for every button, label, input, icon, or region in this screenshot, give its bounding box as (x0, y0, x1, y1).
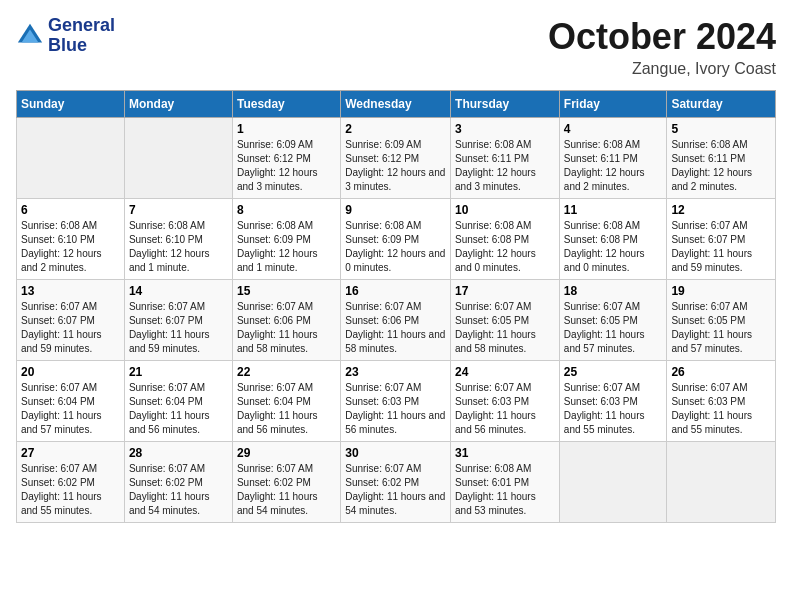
day-number: 25 (564, 365, 663, 379)
day-info: Sunrise: 6:07 AMSunset: 6:06 PMDaylight:… (237, 300, 336, 356)
calendar-cell: 16Sunrise: 6:07 AMSunset: 6:06 PMDayligh… (341, 280, 451, 361)
calendar-cell: 4Sunrise: 6:08 AMSunset: 6:11 PMDaylight… (559, 118, 667, 199)
calendar-week-row: 13Sunrise: 6:07 AMSunset: 6:07 PMDayligh… (17, 280, 776, 361)
day-info: Sunrise: 6:09 AMSunset: 6:12 PMDaylight:… (237, 138, 336, 194)
day-info: Sunrise: 6:07 AMSunset: 6:03 PMDaylight:… (564, 381, 663, 437)
day-number: 18 (564, 284, 663, 298)
day-info: Sunrise: 6:08 AMSunset: 6:01 PMDaylight:… (455, 462, 555, 518)
day-number: 13 (21, 284, 120, 298)
day-number: 14 (129, 284, 228, 298)
calendar-cell: 22Sunrise: 6:07 AMSunset: 6:04 PMDayligh… (232, 361, 340, 442)
calendar-cell: 30Sunrise: 6:07 AMSunset: 6:02 PMDayligh… (341, 442, 451, 523)
day-info: Sunrise: 6:07 AMSunset: 6:04 PMDaylight:… (237, 381, 336, 437)
calendar-cell: 20Sunrise: 6:07 AMSunset: 6:04 PMDayligh… (17, 361, 125, 442)
calendar-cell: 24Sunrise: 6:07 AMSunset: 6:03 PMDayligh… (451, 361, 560, 442)
location-title: Zangue, Ivory Coast (548, 60, 776, 78)
day-number: 22 (237, 365, 336, 379)
day-number: 15 (237, 284, 336, 298)
calendar-week-row: 1Sunrise: 6:09 AMSunset: 6:12 PMDaylight… (17, 118, 776, 199)
calendar-cell: 25Sunrise: 6:07 AMSunset: 6:03 PMDayligh… (559, 361, 667, 442)
day-number: 1 (237, 122, 336, 136)
month-title: October 2024 (548, 16, 776, 58)
day-number: 29 (237, 446, 336, 460)
day-number: 11 (564, 203, 663, 217)
day-info: Sunrise: 6:07 AMSunset: 6:03 PMDaylight:… (671, 381, 771, 437)
day-info: Sunrise: 6:08 AMSunset: 6:10 PMDaylight:… (21, 219, 120, 275)
calendar-cell: 6Sunrise: 6:08 AMSunset: 6:10 PMDaylight… (17, 199, 125, 280)
calendar-cell: 23Sunrise: 6:07 AMSunset: 6:03 PMDayligh… (341, 361, 451, 442)
day-info: Sunrise: 6:08 AMSunset: 6:10 PMDaylight:… (129, 219, 228, 275)
day-info: Sunrise: 6:07 AMSunset: 6:04 PMDaylight:… (21, 381, 120, 437)
calendar-cell: 27Sunrise: 6:07 AMSunset: 6:02 PMDayligh… (17, 442, 125, 523)
day-number: 31 (455, 446, 555, 460)
page-header: General Blue October 2024 Zangue, Ivory … (16, 16, 776, 78)
day-number: 30 (345, 446, 446, 460)
title-block: October 2024 Zangue, Ivory Coast (548, 16, 776, 78)
day-number: 7 (129, 203, 228, 217)
day-info: Sunrise: 6:08 AMSunset: 6:08 PMDaylight:… (564, 219, 663, 275)
day-info: Sunrise: 6:07 AMSunset: 6:04 PMDaylight:… (129, 381, 228, 437)
logo: General Blue (16, 16, 115, 56)
calendar-cell: 21Sunrise: 6:07 AMSunset: 6:04 PMDayligh… (124, 361, 232, 442)
day-info: Sunrise: 6:08 AMSunset: 6:11 PMDaylight:… (455, 138, 555, 194)
calendar-cell: 13Sunrise: 6:07 AMSunset: 6:07 PMDayligh… (17, 280, 125, 361)
logo-icon (16, 22, 44, 50)
calendar-week-row: 20Sunrise: 6:07 AMSunset: 6:04 PMDayligh… (17, 361, 776, 442)
day-number: 12 (671, 203, 771, 217)
calendar-cell: 17Sunrise: 6:07 AMSunset: 6:05 PMDayligh… (451, 280, 560, 361)
calendar-cell: 28Sunrise: 6:07 AMSunset: 6:02 PMDayligh… (124, 442, 232, 523)
day-info: Sunrise: 6:07 AMSunset: 6:02 PMDaylight:… (129, 462, 228, 518)
day-info: Sunrise: 6:07 AMSunset: 6:07 PMDaylight:… (671, 219, 771, 275)
day-info: Sunrise: 6:07 AMSunset: 6:05 PMDaylight:… (671, 300, 771, 356)
weekday-header: Sunday (17, 91, 125, 118)
day-number: 4 (564, 122, 663, 136)
day-number: 27 (21, 446, 120, 460)
day-number: 26 (671, 365, 771, 379)
day-number: 3 (455, 122, 555, 136)
day-number: 28 (129, 446, 228, 460)
calendar-cell: 18Sunrise: 6:07 AMSunset: 6:05 PMDayligh… (559, 280, 667, 361)
weekday-header: Wednesday (341, 91, 451, 118)
logo-text: General Blue (48, 16, 115, 56)
day-info: Sunrise: 6:07 AMSunset: 6:02 PMDaylight:… (21, 462, 120, 518)
day-info: Sunrise: 6:08 AMSunset: 6:08 PMDaylight:… (455, 219, 555, 275)
calendar-cell: 3Sunrise: 6:08 AMSunset: 6:11 PMDaylight… (451, 118, 560, 199)
day-number: 6 (21, 203, 120, 217)
calendar-cell: 5Sunrise: 6:08 AMSunset: 6:11 PMDaylight… (667, 118, 776, 199)
weekday-header: Thursday (451, 91, 560, 118)
day-number: 23 (345, 365, 446, 379)
calendar-cell: 29Sunrise: 6:07 AMSunset: 6:02 PMDayligh… (232, 442, 340, 523)
day-number: 17 (455, 284, 555, 298)
weekday-header-row: SundayMondayTuesdayWednesdayThursdayFrid… (17, 91, 776, 118)
calendar-cell: 7Sunrise: 6:08 AMSunset: 6:10 PMDaylight… (124, 199, 232, 280)
day-number: 10 (455, 203, 555, 217)
day-info: Sunrise: 6:09 AMSunset: 6:12 PMDaylight:… (345, 138, 446, 194)
day-info: Sunrise: 6:08 AMSunset: 6:09 PMDaylight:… (237, 219, 336, 275)
day-number: 19 (671, 284, 771, 298)
calendar-week-row: 6Sunrise: 6:08 AMSunset: 6:10 PMDaylight… (17, 199, 776, 280)
day-info: Sunrise: 6:07 AMSunset: 6:06 PMDaylight:… (345, 300, 446, 356)
day-number: 2 (345, 122, 446, 136)
calendar-cell: 19Sunrise: 6:07 AMSunset: 6:05 PMDayligh… (667, 280, 776, 361)
calendar-table: SundayMondayTuesdayWednesdayThursdayFrid… (16, 90, 776, 523)
day-info: Sunrise: 6:07 AMSunset: 6:02 PMDaylight:… (345, 462, 446, 518)
day-info: Sunrise: 6:07 AMSunset: 6:02 PMDaylight:… (237, 462, 336, 518)
calendar-cell: 11Sunrise: 6:08 AMSunset: 6:08 PMDayligh… (559, 199, 667, 280)
weekday-header: Tuesday (232, 91, 340, 118)
day-number: 8 (237, 203, 336, 217)
day-info: Sunrise: 6:08 AMSunset: 6:11 PMDaylight:… (671, 138, 771, 194)
day-info: Sunrise: 6:07 AMSunset: 6:05 PMDaylight:… (455, 300, 555, 356)
calendar-cell: 2Sunrise: 6:09 AMSunset: 6:12 PMDaylight… (341, 118, 451, 199)
day-number: 20 (21, 365, 120, 379)
day-info: Sunrise: 6:07 AMSunset: 6:07 PMDaylight:… (21, 300, 120, 356)
calendar-week-row: 27Sunrise: 6:07 AMSunset: 6:02 PMDayligh… (17, 442, 776, 523)
day-number: 21 (129, 365, 228, 379)
day-number: 16 (345, 284, 446, 298)
calendar-cell: 9Sunrise: 6:08 AMSunset: 6:09 PMDaylight… (341, 199, 451, 280)
calendar-cell: 26Sunrise: 6:07 AMSunset: 6:03 PMDayligh… (667, 361, 776, 442)
weekday-header: Monday (124, 91, 232, 118)
calendar-cell: 31Sunrise: 6:08 AMSunset: 6:01 PMDayligh… (451, 442, 560, 523)
day-info: Sunrise: 6:07 AMSunset: 6:03 PMDaylight:… (455, 381, 555, 437)
day-info: Sunrise: 6:07 AMSunset: 6:05 PMDaylight:… (564, 300, 663, 356)
calendar-cell (667, 442, 776, 523)
